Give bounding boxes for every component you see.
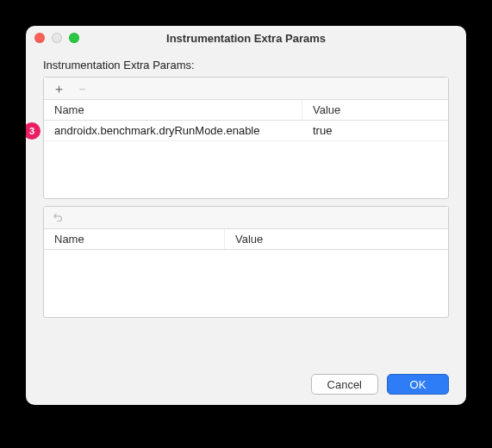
header-name[interactable]: Name — [44, 100, 302, 120]
cancel-button[interactable]: Cancel — [311, 374, 378, 395]
section-label: Instrumentation Extra Params: — [43, 59, 449, 72]
secondary-table: Name Value — [43, 206, 449, 318]
params-table-wrap: ＋ － Name Value 3 androidx.benchmark.dryR… — [43, 77, 449, 206]
cell-name[interactable]: androidx.benchmark.dryRunMode.enable — [44, 122, 302, 139]
close-icon[interactable] — [34, 33, 45, 43]
params-table: ＋ － Name Value 3 androidx.benchmark.dryR… — [43, 77, 449, 199]
minimize-icon — [52, 33, 62, 43]
dialog-window: Instrumentation Extra Params Instrumenta… — [26, 26, 466, 405]
button-row: Cancel OK — [43, 374, 449, 395]
ok-button[interactable]: OK — [387, 374, 449, 395]
secondary-table-header: Name Value — [44, 229, 448, 250]
secondary-header-name[interactable]: Name — [44, 229, 225, 249]
secondary-toolbar — [44, 207, 448, 229]
table-row[interactable]: 3 androidx.benchmark.dryRunMode.enable t… — [44, 121, 448, 141]
secondary-table-body — [44, 250, 448, 317]
annotation-badge: 3 — [26, 122, 40, 140]
cell-value[interactable]: true — [302, 122, 448, 139]
window-title: Instrumentation Extra Params — [34, 32, 458, 45]
table-toolbar: ＋ － — [44, 78, 448, 100]
header-value[interactable]: Value — [302, 100, 448, 120]
traffic-lights — [34, 33, 79, 43]
titlebar: Instrumentation Extra Params — [26, 26, 466, 50]
dialog-content: Instrumentation Extra Params: ＋ － Name V… — [26, 50, 466, 405]
maximize-icon[interactable] — [69, 33, 79, 43]
secondary-header-value[interactable]: Value — [225, 229, 448, 249]
table-header: Name Value — [44, 100, 448, 121]
remove-icon[interactable]: － — [76, 82, 89, 95]
add-icon[interactable]: ＋ — [53, 82, 65, 95]
undo-icon — [53, 211, 65, 225]
table-body: 3 androidx.benchmark.dryRunMode.enable t… — [44, 121, 448, 198]
